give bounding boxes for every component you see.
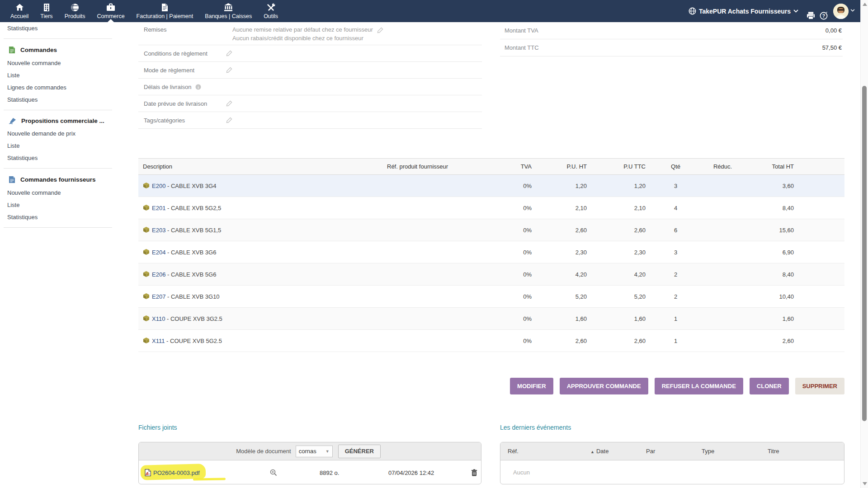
product-label: - CABLE XVB 5G1,5 — [165, 227, 221, 234]
events-col-type[interactable]: Type — [702, 448, 768, 455]
modifier-button[interactable]: MODIFIER — [510, 378, 553, 394]
product-ref-link[interactable]: X110 — [152, 315, 165, 322]
help-icon[interactable]: ? — [820, 12, 828, 20]
topbar-right-tools: TakePUR Achats Fournisseurs ? — [684, 0, 860, 22]
col-description[interactable]: Description — [138, 159, 382, 175]
entity-name[interactable]: TakePUR Achats Fournisseurs — [699, 8, 791, 15]
sidebar-item-statistiques-top[interactable]: Statistiques — [0, 22, 116, 34]
cloner-button[interactable]: CLONER — [750, 378, 789, 394]
col-total-ht[interactable]: Total HT — [744, 159, 798, 175]
product-cube-icon — [143, 293, 150, 300]
scrollbar-up-arrow-icon[interactable] — [863, 3, 867, 6]
col-pu-ht[interactable]: P.U. HT — [536, 159, 591, 175]
product-ref-link[interactable]: E201 — [152, 205, 165, 211]
sidebar-item-nouvelle-commande[interactable]: Nouvelle commande — [0, 57, 116, 69]
cell-total-ht: 8,40 — [744, 197, 798, 219]
col-tva[interactable]: TVA — [495, 159, 536, 175]
document-model-select[interactable]: cornas ▼ — [296, 446, 333, 457]
sidebar-separator — [4, 38, 112, 39]
sidebar-item-nouvelle-commande[interactable]: Nouvelle commande — [0, 187, 116, 199]
cell-ref-fournisseur — [382, 308, 495, 330]
scrollbar-thumb[interactable] — [862, 86, 867, 421]
col-ref-fournisseur[interactable]: Réf. produit fournisseur — [382, 159, 495, 175]
field-row-date-prevue: Date prévue de livraison — [138, 95, 482, 112]
col-pu-ttc[interactable]: P.U TTC — [591, 159, 650, 175]
cell-qte: 3 — [650, 175, 701, 197]
product-ref-link[interactable]: E206 — [152, 271, 165, 278]
cell-tva: 0% — [495, 219, 536, 241]
nav-item-outils[interactable]: Outils — [258, 0, 284, 22]
sidebar-section-commandes[interactable]: Commandes — [0, 43, 116, 57]
generer-button[interactable]: GÉNÉRER — [338, 445, 381, 458]
edit-pencil-icon[interactable] — [226, 50, 232, 56]
sidebar-item-statistiques[interactable]: Statistiques — [0, 94, 116, 106]
total-label: Montant TTC — [505, 44, 539, 51]
field-row-remises: Remises Aucune remise relative par défau… — [138, 23, 482, 45]
product-ref-link[interactable]: E204 — [152, 249, 165, 256]
product-ref-link[interactable]: E207 — [152, 293, 165, 300]
nav-item-accueil[interactable]: Accueil — [5, 0, 34, 22]
field-label: Délais de livraison — [144, 84, 192, 90]
delete-file-trash-icon[interactable] — [471, 469, 477, 476]
events-col-date[interactable]: ▲Date — [590, 448, 646, 455]
edit-pencil-icon[interactable] — [226, 117, 232, 123]
cell-ref-fournisseur — [382, 330, 495, 352]
sidebar-section-propositions[interactable]: Propositions commerciale ... — [0, 114, 116, 127]
col-reduc[interactable]: Réduc. — [701, 159, 744, 175]
sidebar-item-statistiques[interactable]: Statistiques — [0, 152, 116, 164]
sidebar-item-liste[interactable]: Liste — [0, 199, 116, 211]
product-ref-link[interactable]: E200 — [152, 183, 165, 189]
sidebar-item-liste[interactable]: Liste — [0, 140, 116, 152]
file-name-link[interactable]: PO2604-0003.pdf — [153, 469, 200, 476]
table-row: E207 - CABLE XVB 3G10 0% 5,20 5,20 2 10,… — [138, 286, 844, 308]
sidebar-item-lignes-de-commandes[interactable]: Lignes de commandes — [0, 81, 116, 94]
cell-pu-ttc: 4,20 — [591, 263, 650, 286]
cell-pu-ttc: 2,60 — [591, 219, 650, 241]
cell-pu-ttc: 2,10 — [591, 197, 650, 219]
vertical-scrollbar[interactable] — [860, 0, 868, 488]
nav-item-commerce[interactable]: Commerce — [91, 0, 130, 22]
product-ref-link[interactable]: E203 — [152, 227, 165, 234]
refuser-commande-button[interactable]: REFUSER LA COMMANDE — [655, 378, 743, 394]
cell-qte: 3 — [650, 241, 701, 263]
scrollbar-down-arrow-icon[interactable] — [863, 482, 867, 485]
sidebar-section-commandes-fournisseurs[interactable]: Commandes fournisseurs — [0, 173, 116, 187]
nav-item-facturation[interactable]: Facturation | Paiement — [131, 0, 199, 22]
approuver-commande-button[interactable]: APPROUVER COMMANDE — [560, 378, 648, 394]
supprimer-button[interactable]: SUPPRIMER — [795, 378, 844, 394]
cell-total-ht: 1,60 — [744, 308, 798, 330]
bank-icon — [224, 3, 233, 12]
cell-pu-ttc: 1,60 — [591, 308, 650, 330]
edit-pencil-icon[interactable] — [226, 67, 232, 73]
cell-total-ht: 2,60 — [744, 330, 798, 352]
col-qte[interactable]: Qté — [650, 159, 701, 175]
sidebar-item-statistiques[interactable]: Statistiques — [0, 211, 116, 223]
events-col-titre[interactable]: Titre — [768, 448, 844, 455]
chevron-down-icon[interactable] — [793, 9, 798, 13]
product-ref-link[interactable]: X111 — [152, 338, 165, 344]
product-cube-icon — [143, 271, 150, 277]
sidebar-item-liste[interactable]: Liste — [0, 69, 116, 81]
invoice-icon — [161, 3, 168, 12]
events-col-par[interactable]: Par — [646, 448, 702, 455]
order-lines-table: Description Réf. produit fournisseur TVA… — [138, 158, 844, 352]
edit-pencil-icon[interactable] — [377, 27, 383, 33]
cell-reduc — [701, 219, 744, 241]
print-icon[interactable] — [807, 12, 815, 19]
cell-pu-ttc: 5,20 — [591, 286, 650, 308]
cell-reduc — [701, 286, 744, 308]
sidebar-item-nouvelle-demande-de-prix[interactable]: Nouvelle demande de prix — [0, 127, 116, 140]
user-avatar[interactable] — [833, 4, 849, 19]
user-menu-chevron-icon[interactable] — [850, 9, 855, 12]
cell-tva: 0% — [495, 197, 536, 219]
nav-item-tiers[interactable]: Tiers — [34, 0, 58, 22]
table-row: E206 - CABLE XVB 5G6 0% 4,20 4,20 2 8,40 — [138, 263, 844, 286]
events-col-ref[interactable]: Réf. — [508, 448, 590, 455]
nav-item-banques[interactable]: Banques | Caisses — [199, 0, 258, 22]
cell-qte: 4 — [650, 197, 701, 219]
cell-tva: 0% — [495, 308, 536, 330]
building-icon — [43, 3, 50, 12]
edit-pencil-icon[interactable] — [226, 100, 232, 107]
preview-magnifier-icon[interactable] — [270, 469, 277, 476]
nav-item-produits[interactable]: Produits — [59, 0, 91, 22]
